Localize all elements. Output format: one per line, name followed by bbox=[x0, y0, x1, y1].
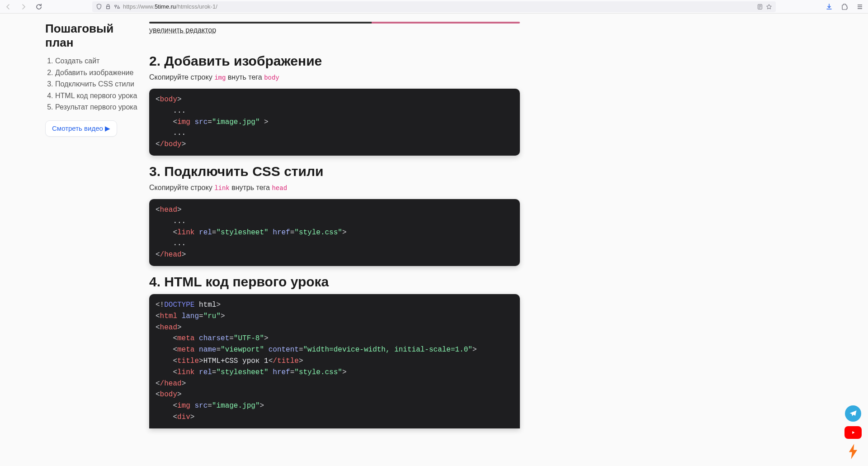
attr-href: href bbox=[273, 368, 290, 376]
back-icon[interactable] bbox=[5, 3, 12, 10]
str-utf8: "UTF-8" bbox=[234, 334, 264, 342]
tag-img: img bbox=[177, 118, 190, 126]
inline-code-img: img bbox=[214, 74, 226, 81]
str-image: "image.jpg" bbox=[212, 118, 260, 126]
lock-icon bbox=[105, 4, 111, 10]
shield-icon bbox=[96, 4, 102, 10]
url-prefix: https://www. bbox=[123, 3, 155, 10]
str-ru: "ru" bbox=[203, 312, 221, 320]
desc-text: Скопируйте строку bbox=[149, 184, 214, 191]
desc-text: внутрь тега bbox=[230, 184, 272, 191]
section-3-desc: Скопируйте строку link внутрь тега head bbox=[149, 184, 520, 192]
forward-icon[interactable] bbox=[20, 3, 27, 10]
sidebar-item[interactable]: Добавить изображение bbox=[55, 67, 140, 79]
tag-body-close: /body bbox=[160, 140, 182, 148]
watch-video-button[interactable]: Смотреть видео ▶ bbox=[45, 120, 117, 137]
url-text: https://www.5time.ru/htmlcss/urok-1/ bbox=[123, 3, 754, 10]
download-icon[interactable] bbox=[826, 3, 833, 10]
bolt-icon[interactable] bbox=[846, 443, 860, 460]
svg-rect-2 bbox=[118, 7, 119, 8]
doctype-html: html bbox=[199, 301, 216, 309]
ellipsis: ... bbox=[173, 129, 186, 137]
editor-preview-bar bbox=[149, 22, 520, 24]
url-security-icons bbox=[96, 4, 120, 10]
permissions-icon bbox=[114, 4, 120, 10]
url-path: /htmlcss/urok-1/ bbox=[176, 3, 217, 10]
telegram-icon[interactable] bbox=[845, 405, 861, 422]
svg-rect-0 bbox=[107, 6, 110, 9]
attr-src: src bbox=[194, 118, 208, 126]
desc-text: Скопируйте строку bbox=[149, 73, 214, 81]
section-4-heading: 4. HTML код первого урока bbox=[149, 274, 520, 290]
page-container: Пошаговый план Создать сайт Добавить изо… bbox=[0, 14, 868, 466]
inline-code-head: head bbox=[272, 185, 287, 192]
attr-rel: rel bbox=[199, 368, 212, 376]
attr-charset: charset bbox=[199, 334, 229, 342]
code-block-img: <body> ... <img src="image.jpg" > ... </… bbox=[149, 89, 520, 156]
code-block-link: <head> ... <link rel="stylesheet" href="… bbox=[149, 199, 520, 266]
section-2-desc: Скопируйте строку img внуть тега body bbox=[149, 73, 520, 81]
sidebar: Пошаговый план Создать сайт Добавить изо… bbox=[0, 22, 149, 466]
tag-div: div bbox=[177, 413, 190, 421]
attr-href: href bbox=[273, 228, 290, 237]
sidebar-item[interactable]: Подключить CSS стили bbox=[55, 78, 140, 90]
enlarge-editor-link[interactable]: увеличить редактор bbox=[149, 26, 216, 34]
tag-head-close: /head bbox=[160, 380, 182, 388]
ellipsis: ... bbox=[173, 107, 186, 115]
tag-meta: meta bbox=[177, 346, 194, 354]
str-stylecss: "style.css" bbox=[294, 368, 342, 376]
sidebar-plan-list: Создать сайт Добавить изображение Подклю… bbox=[45, 55, 140, 113]
browser-toolbar: https://www.5time.ru/htmlcss/urok-1/ bbox=[0, 0, 868, 14]
doctype: DOCTYPE bbox=[164, 301, 194, 309]
attr-rel: rel bbox=[199, 228, 212, 237]
title-text: HTML+CSS урок 1 bbox=[203, 357, 269, 365]
desc-text: внуть тега bbox=[226, 73, 264, 81]
attr-content: content bbox=[269, 346, 299, 354]
str-stylecss: "style.css" bbox=[294, 228, 342, 237]
inline-code-body: body bbox=[264, 74, 279, 81]
toolbar-right-icons bbox=[826, 3, 863, 10]
section-3-heading: 3. Подключить CSS стили bbox=[149, 164, 520, 179]
tag-img: img bbox=[177, 402, 190, 410]
tag-title: title bbox=[177, 357, 199, 365]
reload-icon[interactable] bbox=[35, 3, 42, 10]
nav-icons-group bbox=[5, 3, 42, 10]
tag-head: head bbox=[160, 206, 177, 214]
menu-icon[interactable] bbox=[856, 3, 863, 10]
youtube-icon[interactable] bbox=[844, 426, 862, 439]
tag-head: head bbox=[160, 323, 177, 332]
url-domain: 5time.ru bbox=[155, 3, 176, 10]
tag-link: link bbox=[177, 368, 194, 376]
extensions-icon[interactable] bbox=[841, 3, 848, 10]
attr-lang: lang bbox=[182, 312, 199, 320]
str-image: "image.jpg" bbox=[212, 402, 260, 410]
str-stylesheet: "stylesheet" bbox=[216, 368, 268, 376]
attr-name: name bbox=[199, 346, 216, 354]
str-stylesheet: "stylesheet" bbox=[216, 228, 268, 237]
tag-body: body bbox=[160, 390, 177, 399]
url-bar[interactable]: https://www.5time.ru/htmlcss/urok-1/ bbox=[92, 1, 776, 12]
tag-meta: meta bbox=[177, 334, 194, 342]
tag-body: body bbox=[160, 95, 177, 104]
sidebar-item[interactable]: Результат первого урока bbox=[55, 101, 140, 113]
sidebar-title: Пошаговый план bbox=[45, 22, 140, 50]
bookmark-icon[interactable] bbox=[766, 4, 772, 10]
svg-rect-1 bbox=[115, 5, 117, 6]
section-2-heading: 2. Добавить изображение bbox=[149, 53, 520, 69]
reader-mode-icon[interactable] bbox=[757, 4, 763, 10]
floating-social-icons bbox=[844, 405, 862, 460]
ellipsis: ... bbox=[173, 239, 186, 247]
tag-html: html bbox=[160, 312, 177, 320]
ellipsis: ... bbox=[173, 217, 186, 225]
code-block-full: <!DOCTYPE html> <html lang="ru"> <head> … bbox=[149, 294, 520, 428]
sidebar-item[interactable]: HTML код первого урока bbox=[55, 90, 140, 102]
attr-src: src bbox=[194, 402, 208, 410]
sidebar-item[interactable]: Создать сайт bbox=[55, 55, 140, 67]
str-viewport: "viewport" bbox=[221, 346, 264, 354]
tag-link: link bbox=[177, 228, 194, 237]
str-viewport-content: "width=device-width, initial-scale=1.0" bbox=[303, 346, 472, 354]
inline-code-link: link bbox=[214, 185, 230, 192]
tag-head-close: /head bbox=[160, 251, 182, 259]
tag-title-close: /title bbox=[273, 357, 299, 365]
main-content: увеличить редактор 2. Добавить изображен… bbox=[149, 22, 538, 466]
